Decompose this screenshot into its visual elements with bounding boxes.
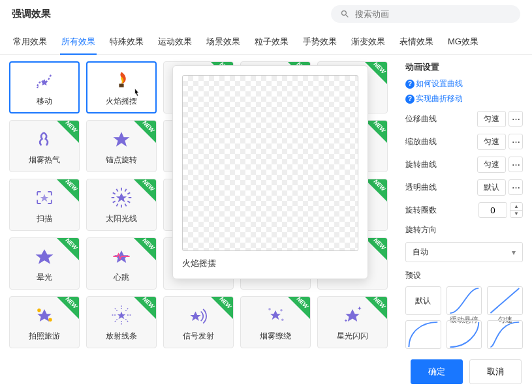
effect-放射线条[interactable]: NEW放射线条 <box>86 296 157 348</box>
scale-curve-label: 缩放曲线 <box>405 136 437 147</box>
rotate-curve-more[interactable]: ⋯ <box>509 157 523 172</box>
star-icon <box>110 127 133 151</box>
effect-label: 锚点旋转 <box>106 155 137 166</box>
svg-point-20 <box>37 309 40 312</box>
effect-label: 放射线条 <box>106 331 137 342</box>
svg-point-33 <box>268 308 271 310</box>
ok-button[interactable]: 确定 <box>411 359 463 384</box>
svg-point-21 <box>48 318 52 321</box>
svg-line-24 <box>125 319 128 322</box>
tab-5[interactable]: 粒子效果 <box>253 32 290 54</box>
opacity-curve-label: 透明曲线 <box>405 182 437 193</box>
svg-point-35 <box>281 318 284 321</box>
photo-icon <box>33 303 56 327</box>
effect-label: 烟雾热气 <box>29 155 60 166</box>
effect-label: 扫描 <box>37 213 52 224</box>
svg-marker-2 <box>113 132 129 147</box>
settings-title: 动画设置 <box>405 61 523 73</box>
cancel-button[interactable]: 取消 <box>469 359 522 384</box>
effect-扫描[interactable]: NEW扫描 <box>9 179 80 231</box>
svg-marker-3 <box>40 194 49 202</box>
preview-popup: 火焰摇摆 <box>172 65 368 279</box>
preset-3[interactable] <box>405 320 441 349</box>
svg-line-26 <box>114 319 117 322</box>
tab-4[interactable]: 场景效果 <box>205 32 242 54</box>
effect-星光闪闪[interactable]: NEW✦✦星光闪闪 <box>317 296 388 348</box>
effect-label: 太阳光线 <box>106 213 137 224</box>
effect-移动[interactable]: 移动 <box>9 61 80 113</box>
help-zigzag-link[interactable]: ?实现曲折移动 <box>405 93 463 104</box>
svg-line-28 <box>114 308 117 310</box>
effect-label: 烟雾缭绕 <box>260 331 291 342</box>
tab-9[interactable]: MG效果 <box>446 32 480 54</box>
effect-label: 星光闪闪 <box>337 331 368 342</box>
rotate-direction-select[interactable]: 自动▾ <box>405 242 523 262</box>
scale-curve-more[interactable]: ⋯ <box>509 134 523 149</box>
svg-marker-17 <box>36 249 54 264</box>
effect-心跳[interactable]: NEW心跳 <box>86 237 157 290</box>
effect-太阳光线[interactable]: NEW太阳光线 <box>86 179 157 231</box>
flame-icon <box>110 68 133 92</box>
rotate-curve-select[interactable]: 匀速 <box>477 157 506 173</box>
rotate-turns-input[interactable] <box>478 202 507 218</box>
help-icon: ? <box>405 95 415 104</box>
rotate-direction-label: 旋转方向 <box>405 224 437 235</box>
glow-icon <box>33 245 56 268</box>
preview-label: 火焰摇摆 <box>182 258 358 269</box>
svg-line-10 <box>113 201 116 202</box>
svg-line-7 <box>125 204 126 206</box>
search-icon <box>340 9 350 19</box>
preset-title: 预设 <box>405 270 523 281</box>
svg-text:✦: ✦ <box>344 317 348 323</box>
signal-icon <box>187 303 210 327</box>
offset-curve-more[interactable]: ⋯ <box>509 111 523 127</box>
twinkle-icon: ✦✦ <box>341 303 364 327</box>
scale-curve-select[interactable]: 匀速 <box>477 134 506 150</box>
svg-line-12 <box>113 192 116 194</box>
svg-rect-1 <box>119 83 123 87</box>
tab-7[interactable]: 渐变效果 <box>350 32 386 54</box>
preset-0[interactable]: 默认 <box>405 286 441 315</box>
rotate-turns-stepper[interactable]: ▲▼ <box>510 202 523 218</box>
preset-5[interactable] <box>487 320 523 349</box>
tab-6[interactable]: 手势效果 <box>302 32 338 54</box>
effect-锚点旋转[interactable]: NEW锚点旋转 <box>86 120 157 172</box>
preset-1[interactable]: 缓动悬停 <box>446 286 482 315</box>
opacity-curve-more[interactable]: ⋯ <box>509 179 523 195</box>
rotate-turns-label: 旋转圈数 <box>405 205 437 216</box>
effect-拍照旅游[interactable]: NEW拍照旅游 <box>9 296 80 348</box>
effect-晕光[interactable]: NEW晕光 <box>9 237 80 290</box>
svg-line-15 <box>125 188 126 191</box>
effect-烟雾热气[interactable]: NEW烟雾热气 <box>9 120 80 172</box>
offset-curve-select[interactable]: 匀速 <box>477 111 506 127</box>
tab-0[interactable]: 常用效果 <box>12 32 48 54</box>
rotate-curve-label: 旋转曲线 <box>405 159 437 170</box>
sun-icon <box>110 186 133 209</box>
effect-label: 晕光 <box>37 272 52 283</box>
radial-icon <box>110 303 133 327</box>
page-title: 强调效果 <box>12 8 51 20</box>
search-input[interactable] <box>355 9 511 19</box>
svg-line-9 <box>116 204 117 206</box>
svg-line-13 <box>116 188 117 191</box>
preset-4[interactable] <box>446 320 482 349</box>
sparkle-icon <box>264 303 287 327</box>
settings-panel: 动画设置 ?如何设置曲线 ?实现曲折移动 位移曲线匀速⋯ 缩放曲线匀速⋯ 旋转曲… <box>401 55 532 388</box>
tab-3[interactable]: 运动效果 <box>157 32 193 54</box>
smoke-icon <box>33 127 56 151</box>
preset-2[interactable]: 匀速 <box>487 286 523 315</box>
tab-2[interactable]: 特殊效果 <box>108 32 145 54</box>
tab-8[interactable]: 表情效果 <box>398 32 435 54</box>
tab-1[interactable]: 所有效果 <box>60 32 97 54</box>
opacity-curve-select[interactable]: 默认 <box>477 179 506 196</box>
help-icon: ? <box>405 80 415 89</box>
help-curve-link[interactable]: ?如何设置曲线 <box>405 78 463 89</box>
heart-icon <box>110 245 133 268</box>
effect-信号发射[interactable]: NEW信号发射 <box>163 296 234 348</box>
scan-icon <box>33 186 56 209</box>
effect-烟雾缭绕[interactable]: NEW烟雾缭绕 <box>240 296 311 348</box>
effect-label: 移动 <box>37 96 52 107</box>
effect-火焰摇摆[interactable]: 火焰摇摆 <box>86 61 157 113</box>
move-icon <box>33 68 56 92</box>
search-box[interactable] <box>331 5 520 23</box>
